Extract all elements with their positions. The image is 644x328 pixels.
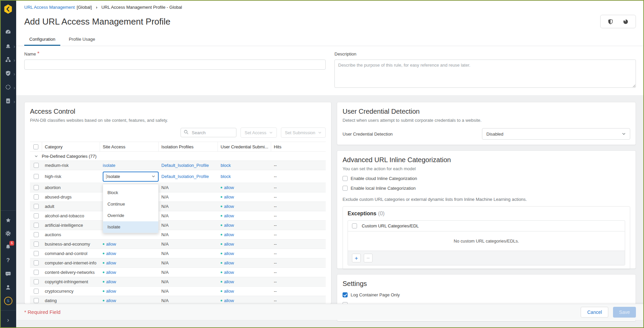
notifications-bell-icon[interactable]: 6: [0, 240, 16, 254]
action-link[interactable]: allow: [224, 185, 234, 190]
sidebar-item-workflows[interactable]: ›: [0, 53, 16, 67]
action-link[interactable]: allow: [224, 232, 234, 237]
row-checkbox[interactable]: [34, 174, 39, 179]
row-checkbox[interactable]: [34, 289, 39, 294]
exceptions-select-all-checkbox[interactable]: [352, 223, 357, 228]
log-container-page-only-checkbox[interactable]: [343, 292, 348, 297]
action-link[interactable]: allow: [106, 289, 116, 294]
cloud-inline-categorization-checkbox[interactable]: [343, 176, 348, 181]
favorites-star-icon[interactable]: [0, 213, 16, 227]
isolation-profiles-cell: N/A: [159, 223, 218, 228]
action-link[interactable]: allow: [224, 279, 234, 284]
user-icon[interactable]: [0, 281, 16, 294]
save-button[interactable]: Save: [613, 307, 636, 318]
shield-view-icon[interactable]: [607, 19, 614, 25]
row-checkbox[interactable]: [34, 298, 39, 303]
exceptions-heading: Exceptions(0): [348, 211, 625, 217]
row-checkbox[interactable]: [34, 260, 39, 265]
add-exception-button[interactable]: +: [352, 254, 361, 262]
user-credential-cell: allow: [218, 260, 271, 265]
sidebar-item-reports[interactable]: ›: [0, 95, 16, 108]
row-checkbox[interactable]: [34, 242, 39, 247]
action-link[interactable]: allow: [106, 260, 116, 265]
set-access-button[interactable]: Set Access: [240, 127, 277, 138]
hits-cell: --: [271, 270, 326, 275]
report-icon: [5, 98, 11, 106]
row-checkbox[interactable]: [34, 270, 39, 275]
help-icon[interactable]: ?: [0, 254, 16, 267]
row-checkbox[interactable]: [34, 204, 39, 209]
action-link[interactable]: allow: [106, 242, 116, 247]
pan-logo-icon[interactable]: [3, 4, 13, 15]
row-checkbox[interactable]: [34, 163, 39, 168]
table-row: abused-drugs N/A allow --: [30, 192, 326, 202]
exceptions-footer: + −: [348, 251, 625, 265]
row-checkbox[interactable]: [34, 185, 39, 190]
search-box: [181, 128, 236, 137]
tab-configuration[interactable]: Configuration: [24, 34, 60, 46]
action-link[interactable]: allow: [224, 223, 234, 228]
action-link[interactable]: Default_Isolation_Profile: [161, 163, 209, 168]
action-link[interactable]: allow: [106, 298, 116, 303]
action-link[interactable]: allow: [224, 251, 234, 256]
select-all-checkbox[interactable]: [33, 144, 38, 149]
action-link[interactable]: allow: [224, 260, 234, 265]
hits-cell: --: [271, 213, 326, 218]
site-access-combobox[interactable]: Isolate: [103, 172, 159, 182]
tab-profile-usage[interactable]: Profile Usage: [64, 34, 100, 46]
sidebar-expand-chevron[interactable]: ›: [0, 313, 16, 327]
action-link[interactable]: allow: [224, 213, 234, 218]
avatar[interactable]: S: [0, 294, 16, 307]
action-link[interactable]: allow: [224, 270, 234, 275]
sidebar-item-dashboard[interactable]: [0, 26, 16, 39]
chevron-down-icon[interactable]: [34, 154, 38, 158]
settings-gear-icon[interactable]: [0, 227, 16, 240]
search-input[interactable]: [191, 130, 233, 136]
action-link[interactable]: allow: [106, 251, 116, 256]
dropdown-option-continue[interactable]: Continue: [103, 198, 158, 210]
name-input[interactable]: [24, 60, 326, 70]
isolation-profiles-cell: Default_Isolation_Profile: [159, 174, 218, 179]
action-link[interactable]: block: [221, 163, 231, 168]
action-link[interactable]: Default_Isolation_Profile: [161, 174, 209, 179]
dropdown-option-isolate[interactable]: Isolate: [103, 221, 158, 233]
feedback-chat-icon[interactable]: [0, 267, 16, 281]
log-container-page-only-row: Log Container Page Only: [343, 292, 630, 297]
row-checkbox[interactable]: [34, 223, 39, 228]
action-link[interactable]: allow: [224, 289, 234, 294]
action-link[interactable]: allow: [224, 204, 234, 209]
action-link[interactable]: block: [221, 174, 231, 179]
user-credential-cell: allow: [218, 242, 271, 247]
row-checkbox[interactable]: [34, 232, 39, 237]
time-history-icon[interactable]: [622, 19, 629, 25]
breadcrumb-link[interactable]: URL Access Management: [24, 5, 75, 10]
access-control-card: Access Control PAN-DB classifies website…: [24, 102, 331, 304]
action-link[interactable]: allow: [224, 298, 234, 303]
sidebar-item-operations[interactable]: ›: [0, 81, 16, 95]
sidebar-item-incidents-alerts[interactable]: ›: [0, 39, 16, 53]
row-checkbox[interactable]: [34, 251, 39, 256]
action-link[interactable]: allow: [106, 270, 116, 275]
action-link[interactable]: allow: [224, 194, 234, 199]
local-inline-categorization-checkbox[interactable]: [343, 186, 348, 191]
remove-exception-button[interactable]: −: [364, 254, 373, 262]
description-input[interactable]: [334, 60, 636, 88]
set-submission-button[interactable]: Set Submission: [281, 127, 326, 138]
hits-cell: --: [271, 185, 326, 190]
action-link[interactable]: allow: [106, 279, 116, 284]
row-checkbox[interactable]: [34, 213, 39, 218]
sidebar-item-security-services[interactable]: ›: [0, 67, 16, 81]
row-checkbox[interactable]: [34, 279, 39, 284]
search-icon: [184, 130, 189, 136]
row-checkbox[interactable]: [34, 194, 39, 199]
isolation-profiles-cell: Default_Isolation_Profile: [159, 163, 218, 168]
ucd-select[interactable]: Disabled: [482, 128, 630, 140]
action-link[interactable]: isolate: [103, 163, 116, 168]
action-link[interactable]: allow: [224, 242, 234, 247]
cancel-button[interactable]: Cancel: [581, 307, 608, 318]
dropdown-option-allow[interactable]: Allow: [103, 184, 158, 187]
category-group-label: Pre-Defined Categories (77): [42, 154, 97, 159]
name-field-group: Name*: [24, 51, 326, 89]
dropdown-option-override[interactable]: Override: [103, 210, 158, 221]
dropdown-option-block[interactable]: Block: [103, 187, 158, 198]
